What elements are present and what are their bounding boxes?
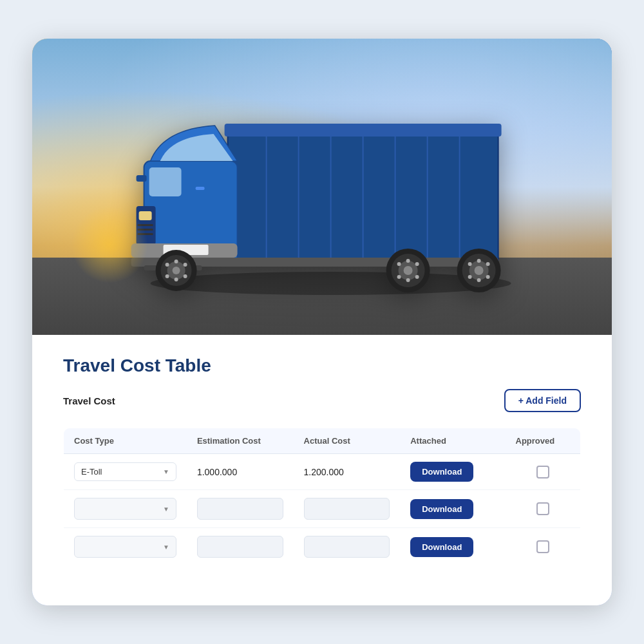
svg-point-46 [486,262,490,266]
estimation-cost-cell [187,528,294,566]
approved-checkbox-wrapper [516,466,570,478]
attached-cell: Download [400,490,505,528]
estimation-cost-cell: 1.000.000 [187,454,294,490]
approved-cell [506,490,581,528]
svg-rect-14 [138,224,153,226]
chevron-down-icon: ▼ [163,506,169,513]
svg-point-30 [166,263,169,267]
svg-point-44 [475,266,484,275]
svg-point-49 [468,275,472,279]
estimation-cost-input[interactable] [197,536,283,558]
cost-type-select[interactable]: E-Toll ▼ [74,462,176,481]
actual-cost-cell [294,528,401,566]
attached-cell: Download [400,528,505,566]
svg-point-47 [486,275,490,279]
svg-point-40 [397,262,401,266]
section-title: Travel Cost Table [63,355,581,376]
approved-checkbox-wrapper [516,540,570,553]
approved-cell [506,528,581,566]
approved-checkbox-wrapper [516,502,570,515]
download-button[interactable]: Download [410,462,473,482]
cost-type-select-empty[interactable]: ▼ [74,536,176,558]
actual-cost-input[interactable] [304,536,390,558]
actual-cost-value: 1.200.000 [304,467,344,477]
svg-point-45 [477,259,481,263]
cost-table: Cost Type Estimation Cost Actual Cost At… [63,428,581,566]
download-button[interactable]: Download [410,499,473,519]
cost-type-cell: E-Toll ▼ [64,454,187,490]
svg-rect-13 [139,211,152,220]
cost-type-cell: ▼ [64,490,187,528]
approved-cell [506,454,581,490]
download-button[interactable]: Download [410,537,473,557]
table-header-row: Travel Cost + Add Field [63,389,581,412]
svg-point-26 [184,263,187,267]
chevron-down-icon: ▼ [163,468,169,475]
actual-cost-cell: 1.200.000 [294,454,401,490]
col-actual-cost: Actual Cost [294,428,401,454]
col-approved: Approved [506,428,581,454]
svg-point-37 [415,275,419,279]
svg-point-25 [175,260,178,263]
attached-cell: Download [400,454,505,490]
table-head: Cost Type Estimation Cost Actual Cost At… [64,428,581,454]
svg-point-39 [397,275,401,279]
table-row: ▼ Download [64,490,581,528]
svg-rect-16 [138,233,153,235]
svg-rect-51 [137,175,147,182]
svg-point-38 [406,278,410,282]
svg-point-24 [173,267,180,274]
table-row: ▼ Download [64,528,581,566]
svg-rect-15 [138,229,153,231]
actual-cost-input[interactable] [304,498,390,520]
col-cost-type: Cost Type [64,428,187,454]
approved-checkbox[interactable] [536,540,549,553]
chevron-down-icon: ▼ [163,544,169,551]
truck-illustration [112,64,550,296]
bottom-panel: Travel Cost Table Travel Cost + Add Fiel… [32,335,612,605]
cost-type-cell: ▼ [64,528,187,566]
main-card: Travel Cost Table Travel Cost + Add Fiel… [32,39,612,605]
actual-cost-cell [294,490,401,528]
estimation-cost-cell [187,490,294,528]
col-estimation-cost: Estimation Cost [187,428,294,454]
svg-point-29 [166,274,169,278]
svg-point-34 [404,266,413,275]
svg-point-28 [175,278,178,281]
svg-rect-52 [196,187,205,190]
truck-image-banner [32,39,612,335]
approved-checkbox[interactable] [536,502,549,515]
svg-rect-9 [225,124,502,137]
table-body: E-Toll ▼ 1.000.0001.200.000Download ▼ Do… [64,454,581,566]
table-header-row: Cost Type Estimation Cost Actual Cost At… [64,428,581,454]
svg-point-48 [477,278,481,282]
cost-type-select-empty[interactable]: ▼ [74,498,176,520]
svg-rect-11 [149,167,182,196]
svg-point-27 [184,274,187,278]
add-field-button[interactable]: + Add Field [504,389,581,412]
table-row: E-Toll ▼ 1.000.0001.200.000Download [64,454,581,490]
estimation-cost-input[interactable] [197,498,283,520]
table-label: Travel Cost [63,395,115,406]
approved-checkbox[interactable] [536,466,549,478]
svg-point-50 [468,262,472,266]
col-attached: Attached [400,428,505,454]
svg-point-0 [151,272,511,295]
svg-point-35 [406,259,410,263]
cost-type-value: E-Toll [81,467,160,477]
estimation-cost-value: 1.000.000 [197,467,237,477]
svg-point-36 [415,262,419,266]
